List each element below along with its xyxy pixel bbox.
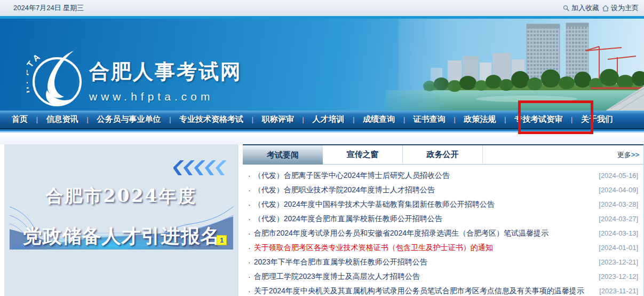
site-header: HFPTA 合肥人事考试网 www.hfpta.com <box>0 19 644 111</box>
bullet-icon: · <box>248 229 251 238</box>
nav-item-civil-service[interactable]: 公务员与事业单位 <box>97 114 161 124</box>
nav-item-news[interactable]: 信息资讯 <box>46 114 78 124</box>
bullet-icon: · <box>248 172 251 180</box>
more-link[interactable]: 更多>> <box>617 150 639 160</box>
more-arrows: >> <box>631 151 639 159</box>
nav-separator: | <box>353 116 354 123</box>
news-link[interactable]: （代发）合肥职业技术学院2024年度博士人才招聘公告 <box>254 185 595 195</box>
news-date: [2024-03-28] <box>599 200 638 208</box>
bullet-icon: · <box>248 287 251 295</box>
news-date: [2024-03-13] <box>599 229 638 237</box>
news-date: [2024-04-09] <box>599 186 638 194</box>
nav-item-certificate-query[interactable]: 证书查询 <box>414 114 446 124</box>
news-list: · （代发）合肥离子医学中心2024年博士后研究人员招收公告 [2024-05-… <box>243 165 643 296</box>
tab-exam-news[interactable]: 考试要闻 <box>243 145 323 165</box>
home-icon <box>602 5 609 12</box>
promo-banner-slide[interactable]: 合肥市2024年度 党政储备人才引进报名 <box>10 184 233 250</box>
news-item[interactable]: · （代发）2024年度中国科学技术大学基础教育集团新任教师公开招聘公告 [20… <box>247 197 638 212</box>
bullet-icon: · <box>248 200 251 209</box>
news-item[interactable]: · 关于2024年度中央机关及其直属机构考试录用公务员笔试合肥市考区考点信息及有… <box>247 284 638 296</box>
news-date: [2024-01-01] <box>599 244 638 252</box>
news-link[interactable]: 关于2024年度中央机关及其直属机构考试录用公务员笔试合肥市考区考点信息及有关事… <box>254 286 595 296</box>
news-link[interactable]: 2023年下半年合肥市直属学校新任教师公开招聘公告 <box>254 258 595 267</box>
news-item[interactable]: · 2023年下半年合肥市直属学校新任教师公开招聘公告 [2023-12-21] <box>247 255 638 269</box>
nav-item-score-query[interactable]: 成绩查询 <box>363 114 395 124</box>
news-date: [2024-05-16] <box>599 172 638 180</box>
more-label: 更多 <box>617 151 631 159</box>
nav-separator: | <box>169 116 171 123</box>
nav-separator: | <box>454 116 456 123</box>
tab-government-disclosure[interactable]: 政务公开 <box>403 145 483 165</box>
news-link[interactable]: 合肥理工学院2023年度博士及高层次人才招聘公告 <box>254 272 595 282</box>
current-date: 2024年7月24日 星期三 <box>13 3 84 13</box>
site-url: www.hfpta.com <box>89 90 242 103</box>
bullet-icon: · <box>248 258 251 267</box>
banner-frame: 合肥市2024年度 党政储备人才引进报名 <box>4 144 238 296</box>
news-panel: 考试要闻 宣传之窗 政务公开 更多>> · （代发）合肥离子医学中心2024年博… <box>243 144 644 296</box>
nav-item-home[interactable]: 首页 <box>12 114 28 124</box>
nav-separator: | <box>36 116 38 123</box>
news-link[interactable]: （代发）2024年度中国科学技术大学基础教育集团新任教师公开招聘公告 <box>254 200 595 209</box>
nav-item-professional-exam[interactable]: 专业技术资格考试 <box>179 114 243 124</box>
site-logo[interactable]: HFPTA <box>27 50 88 111</box>
news-item[interactable]: · 合肥市2024年度考试录用公务员和安徽省2024年度招录选调生（合肥考区）笔… <box>247 226 638 240</box>
annotation-highlight-box <box>518 100 593 134</box>
news-link[interactable]: （代发）2024年度合肥市直属学校新任教师公开招聘公告 <box>254 214 595 224</box>
carousel-page-indicator[interactable]: 1 <box>217 235 227 245</box>
news-date: [2023-11-21] <box>599 287 638 295</box>
add-favorite-link[interactable]: 加入收藏 <box>563 3 599 13</box>
news-link[interactable]: 关于领取合肥考区各类专业技术资格证书（包含卫生及护士证书）的通知 <box>254 243 595 253</box>
news-item[interactable]: · 合肥理工学院2023年度博士及高层次人才招聘公告 [2023-12-12] <box>247 269 638 284</box>
set-homepage-link[interactable]: 设为主页 <box>602 3 639 13</box>
nav-item-talent-training[interactable]: 人才培训 <box>312 114 344 124</box>
city-skyline-image <box>367 19 644 111</box>
bullet-icon: · <box>248 215 251 223</box>
nav-item-policies[interactable]: 政策法规 <box>464 114 496 124</box>
nav-item-title-review[interactable]: 职称评审 <box>262 114 294 124</box>
news-date: [2023-12-12] <box>599 272 638 281</box>
nav-separator: | <box>504 116 506 123</box>
bullet-icon: · <box>248 244 251 252</box>
nav-separator: | <box>86 116 88 123</box>
nav-separator: | <box>403 116 405 123</box>
nav-separator: | <box>303 116 304 123</box>
tab-publicity-window[interactable]: 宣传之窗 <box>323 145 403 165</box>
bullet-icon: · <box>248 186 251 194</box>
news-item[interactable]: · （代发）合肥离子医学中心2024年博士后研究人员招收公告 [2024-05-… <box>247 168 638 183</box>
news-date: [2024-03-27] <box>599 215 638 223</box>
news-item-highlighted[interactable]: · 关于领取合肥考区各类专业技术资格证书（包含卫生及护士证书）的通知 [2024… <box>247 240 638 255</box>
banner-title-line2: 党政储备人才引进报名 <box>10 223 233 250</box>
news-link[interactable]: （代发）合肥离子医学中心2024年博士后研究人员招收公告 <box>254 171 595 181</box>
bullet-icon: · <box>248 272 251 281</box>
tab-bar: 考试要闻 宣传之窗 政务公开 更多>> <box>243 144 643 165</box>
news-link[interactable]: 合肥市2024年度考试录用公务员和安徽省2024年度招录选调生（合肥考区）笔试温… <box>254 229 595 238</box>
news-date: [2023-12-21] <box>599 258 638 266</box>
magnifier-icon <box>563 5 570 12</box>
site-title: 合肥人事考试网 <box>89 58 242 85</box>
set-homepage-label: 设为主页 <box>611 3 639 13</box>
nav-separator: | <box>252 116 253 123</box>
banner-title-line1: 合肥市2024年度 <box>10 184 233 208</box>
add-favorite-label: 加入收藏 <box>571 3 599 13</box>
news-item[interactable]: · （代发）2024年度合肥市直属学校新任教师公开招聘公告 [2024-03-2… <box>247 212 638 226</box>
top-utility-bar: 2024年7月24日 星期三 加入收藏 设为主页 <box>0 0 644 16</box>
header-fade-gap <box>0 133 644 144</box>
news-item[interactable]: · （代发）合肥职业技术学院2024年度博士人才招聘公告 [2024-04-09… <box>247 183 638 197</box>
